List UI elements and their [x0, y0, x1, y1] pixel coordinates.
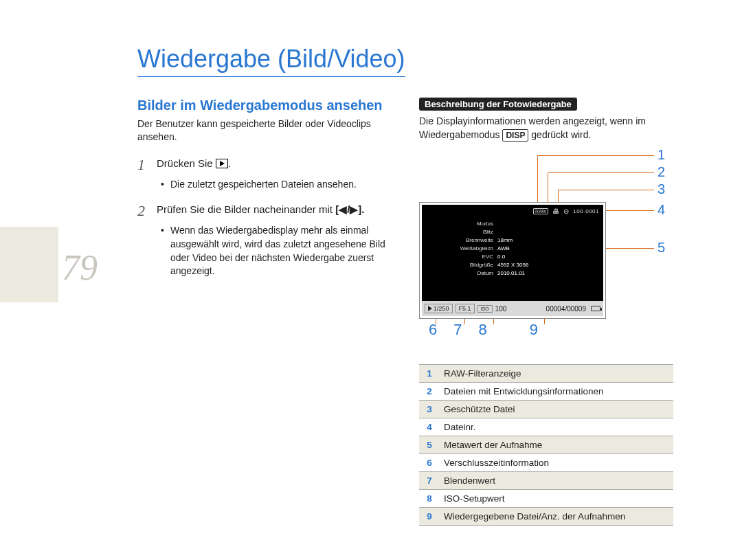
printer-icon: 🖶	[552, 208, 559, 215]
screen-inner: RAW 🖶 ⊖ 100-0001 Modus Blitz Brennweite1…	[422, 205, 603, 301]
meta-label: Datum	[460, 269, 497, 278]
table-row: 4Dateinr.	[419, 418, 673, 436]
legend-num: 1	[419, 365, 440, 383]
shutter-value: 1/250	[434, 305, 449, 312]
legend-text: Dateinr.	[440, 418, 673, 436]
callout-6: 6	[429, 321, 437, 339]
meta-label: Modus	[460, 220, 497, 228]
meta-value: 0.0	[497, 254, 505, 260]
legend-num: 8	[419, 490, 440, 508]
legend-num: 6	[419, 454, 440, 472]
top-icon-row: RAW 🖶 ⊖ 100-0001	[533, 208, 599, 215]
bullet-item: Die zuletzt gespeicherten Dateien ansehe…	[161, 178, 398, 192]
description-text: Die Displayinformationen werden angezeig…	[419, 115, 673, 142]
page-title: Wiedergabe (Bild/Video)	[137, 45, 405, 77]
step-2: 2 Prüfen Sie die Bilder nacheinander mit…	[137, 202, 398, 220]
step-number: 2	[137, 202, 150, 220]
iso-label-cell: ISO	[477, 305, 493, 313]
raw-filter-icon: RAW	[533, 208, 548, 214]
meta-grid: Modus Blitz Brennweite18mm WeißabgleichA…	[460, 220, 528, 278]
step-1: 1 Drücken Sie .	[137, 156, 398, 174]
table-row: 6Verschlusszeitinformation	[419, 454, 673, 472]
table-row: 8ISO-Setupwert	[419, 490, 673, 508]
legend-text: Dateien mit Entwicklungsinformationen	[440, 383, 673, 401]
legend-table: 1RAW-Filteranzeige 2Dateien mit Entwickl…	[419, 364, 673, 526]
step-1-bullets: Die zuletzt gespeicherten Dateien ansehe…	[161, 178, 398, 192]
iso-value: 100	[495, 305, 507, 313]
legend-num: 9	[419, 508, 440, 526]
meta-label: Brennweite	[460, 236, 497, 245]
meta-label: Blitz	[460, 228, 497, 236]
section-pill: Beschreibung der Fotowiedergabe	[419, 98, 577, 111]
page-number: 79	[62, 247, 98, 288]
camera-screen: RAW 🖶 ⊖ 100-0001 Modus Blitz Brennweite1…	[419, 202, 606, 319]
intro-text: Der Benutzer kann gespeicherte Bilder od…	[137, 117, 398, 144]
desc-after: gedrückt wird.	[531, 129, 591, 140]
callout-2: 2	[657, 164, 665, 180]
legend-num: 5	[419, 436, 440, 454]
callout-8: 8	[479, 321, 487, 339]
legend-num: 3	[419, 401, 440, 418]
play-button-icon	[216, 157, 228, 172]
table-row: 2Dateien mit Entwicklungsinformationen	[419, 383, 673, 401]
meta-label: Bildgröße	[460, 261, 497, 269]
side-tab	[0, 227, 58, 302]
meta-label: Weißabgleich	[460, 245, 497, 253]
table-row: 5Metawert der Aufnahme	[419, 436, 673, 454]
legend-text: ISO-Setupwert	[440, 490, 673, 508]
legend-text: Metawert der Aufnahme	[440, 436, 673, 454]
shutter-cell: 1/250	[425, 304, 453, 313]
table-row: 9Wiedergegebene Datei/Anz. der Aufnahmen	[419, 508, 673, 526]
table-row: 7Blendenwert	[419, 472, 673, 490]
main-content: Wiedergabe (Bild/Video) Bilder im Wieder…	[137, 45, 673, 526]
display-diagram: 1 2 3 4 5	[419, 147, 673, 353]
step-number: 1	[137, 156, 150, 174]
legend-text: RAW-Filteranzeige	[440, 365, 673, 383]
right-column: Beschreibung der Fotowiedergabe Die Disp…	[419, 98, 673, 526]
disp-button-icon: DISP	[502, 129, 528, 142]
callout-9: 9	[530, 321, 538, 339]
frame-count: 00004/00009	[546, 305, 586, 313]
callout-5: 5	[657, 240, 665, 256]
legend-text: Verschlusszeitinformation	[440, 454, 673, 472]
section-subhead: Bilder im Wiedergabemodus ansehen	[137, 98, 398, 113]
file-number: 100-0001	[573, 208, 599, 214]
meta-value: AWB	[497, 245, 510, 251]
arrow-keys: [◀/▶].	[335, 203, 364, 215]
step-text: Drücken Sie .	[157, 156, 231, 174]
left-column: Bilder im Wiedergabemodus ansehen Der Be…	[137, 98, 398, 526]
legend-text: Geschützte Datei	[440, 401, 673, 418]
info-strip: 1/250 F5.1 ISO 100 00004/00009	[422, 301, 603, 316]
table-row: 3Geschützte Datei	[419, 401, 673, 418]
step-1-label: Drücken Sie	[157, 157, 216, 169]
callout-3: 3	[657, 181, 665, 197]
legend-text: Wiedergegebene Datei/Anz. der Aufnahmen	[440, 508, 673, 526]
aperture-cell: F5.1	[456, 304, 475, 313]
callout-4: 4	[657, 202, 665, 218]
play-icon	[428, 306, 432, 311]
step-text: Prüfen Sie die Bilder nacheinander mit […	[157, 202, 364, 220]
battery-icon	[591, 306, 600, 311]
legend-num: 4	[419, 418, 440, 436]
lock-icon: ⊖	[563, 208, 569, 215]
legend-num: 7	[419, 472, 440, 490]
legend-num: 2	[419, 383, 440, 401]
meta-value: 4592 X 3056	[497, 262, 528, 268]
bottom-callouts: 6 7 8 9	[426, 321, 538, 339]
meta-value: 18mm	[497, 237, 513, 243]
step-2-label-before: Prüfen Sie die Bilder nacheinander mit	[157, 203, 335, 215]
callout-1: 1	[657, 147, 665, 163]
meta-label: EVC	[460, 253, 497, 261]
legend-text: Blendenwert	[440, 472, 673, 490]
callout-7: 7	[453, 321, 462, 339]
meta-value: 2010.01.01	[497, 270, 525, 276]
svg-marker-1	[220, 161, 225, 166]
step-2-bullets: Wenn das Wiedergabedisplay mehr als einm…	[161, 224, 398, 278]
table-row: 1RAW-Filteranzeige	[419, 365, 673, 383]
bullet-item: Wenn das Wiedergabedisplay mehr als einm…	[161, 224, 398, 278]
